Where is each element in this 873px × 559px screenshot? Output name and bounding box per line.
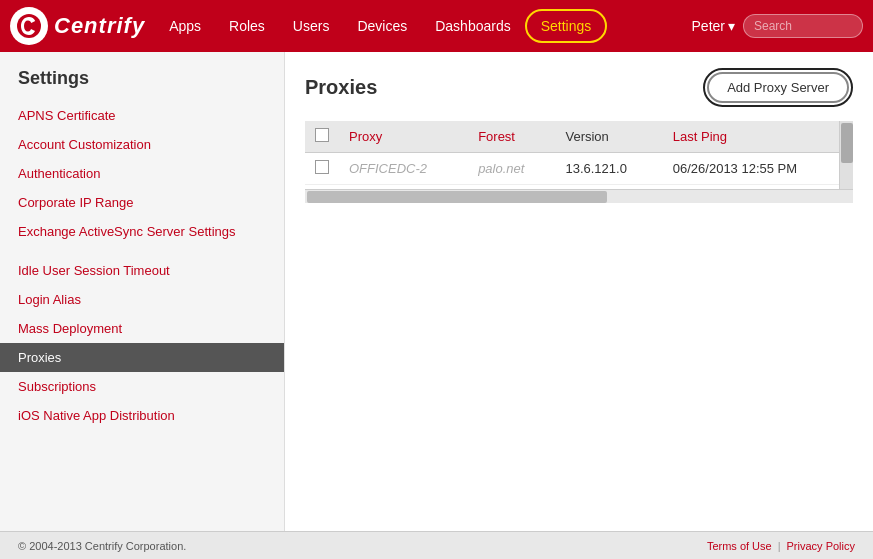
main-layout: Settings APNS Certificate Account Custom… [0, 52, 873, 531]
centrify-logo-svg [16, 13, 42, 39]
sidebar-item-authentication[interactable]: Authentication [0, 159, 284, 188]
row-checkbox[interactable] [315, 160, 329, 174]
scrollbar-thumb [841, 123, 853, 163]
content-title: Proxies [305, 76, 377, 99]
privacy-policy-link[interactable]: Privacy Policy [787, 540, 855, 552]
nav-right: Peter ▾ [692, 14, 863, 38]
row-forest: palo.net [468, 153, 555, 185]
logo-icon [10, 7, 48, 45]
sidebar-item-exchange[interactable]: Exchange ActiveSync Server Settings [0, 217, 284, 246]
h-scrollbar-thumb [307, 191, 607, 203]
sidebar-item-login-alias[interactable]: Login Alias [0, 285, 284, 314]
col-header-version: Version [555, 121, 662, 153]
add-proxy-server-button[interactable]: Add Proxy Server [707, 72, 849, 103]
nav-roles[interactable]: Roles [215, 0, 279, 52]
sidebar-item-mass-deployment[interactable]: Mass Deployment [0, 314, 284, 343]
logo-area: Centrify [10, 7, 145, 45]
sidebar-item-corporate-ip[interactable]: Corporate IP Range [0, 188, 284, 217]
sidebar-item-account-customization[interactable]: Account Customization [0, 130, 284, 159]
copyright-text: © 2004-2013 Centrify Corporation. [18, 540, 186, 552]
nav-user[interactable]: Peter ▾ [692, 18, 735, 34]
proxy-table: Proxy Forest Version Last Ping OFFICEDC-… [305, 121, 853, 185]
row-last-ping: 06/26/2013 12:55 PM [663, 153, 853, 185]
nav-settings[interactable]: Settings [525, 9, 608, 43]
sidebar-item-proxies[interactable]: Proxies [0, 343, 284, 372]
content-header: Proxies Add Proxy Server [305, 68, 853, 107]
col-header-proxy[interactable]: Proxy [339, 121, 468, 153]
sidebar-item-idle-timeout[interactable]: Idle User Session Timeout [0, 256, 284, 285]
sidebar: Settings APNS Certificate Account Custom… [0, 52, 285, 531]
nav-items: Apps Roles Users Devices Dashboards Sett… [155, 0, 691, 52]
nav-dashboards[interactable]: Dashboards [421, 0, 525, 52]
nav-devices[interactable]: Devices [343, 0, 421, 52]
table-header-row: Proxy Forest Version Last Ping [305, 121, 853, 153]
sidebar-title: Settings [0, 64, 284, 101]
terms-of-use-link[interactable]: Terms of Use [707, 540, 772, 552]
col-header-checkbox [305, 121, 339, 153]
sidebar-item-subscriptions[interactable]: Subscriptions [0, 372, 284, 401]
proxy-table-container: Proxy Forest Version Last Ping OFFICEDC-… [305, 121, 853, 203]
topnav: Centrify Apps Roles Users Devices Dashbo… [0, 0, 873, 52]
nav-users[interactable]: Users [279, 0, 344, 52]
row-checkbox-cell [305, 153, 339, 185]
sidebar-item-ios-native[interactable]: iOS Native App Distribution [0, 401, 284, 430]
add-proxy-button-wrapper: Add Proxy Server [703, 68, 853, 107]
horizontal-scrollbar[interactable] [305, 189, 853, 203]
row-proxy: OFFICEDC-2 [339, 153, 468, 185]
sidebar-item-apns[interactable]: APNS Certificate [0, 101, 284, 130]
nav-apps[interactable]: Apps [155, 0, 215, 52]
header-checkbox[interactable] [315, 128, 329, 142]
footer-links: Terms of Use | Privacy Policy [707, 540, 855, 552]
content-area: Proxies Add Proxy Server Proxy Forest Ve… [285, 52, 873, 531]
footer: © 2004-2013 Centrify Corporation. Terms … [0, 531, 873, 559]
row-version: 13.6.121.0 [555, 153, 662, 185]
sidebar-divider [0, 246, 284, 256]
logo-text: Centrify [54, 13, 145, 39]
table-row: OFFICEDC-2 palo.net 13.6.121.0 06/26/201… [305, 153, 853, 185]
search-input[interactable] [743, 14, 863, 38]
col-header-last-ping: Last Ping [663, 121, 853, 153]
col-header-forest[interactable]: Forest [468, 121, 555, 153]
